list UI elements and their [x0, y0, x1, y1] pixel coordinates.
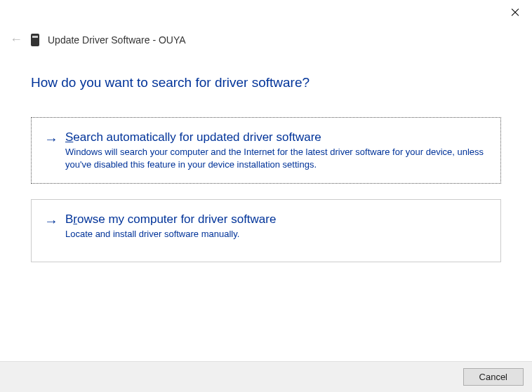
back-arrow-icon[interactable]: ←	[10, 32, 22, 47]
device-icon	[31, 34, 39, 46]
arrow-right-icon: →	[44, 214, 58, 228]
option-description: Locate and install driver software manua…	[65, 228, 488, 241]
footer-bar: Cancel	[0, 361, 532, 392]
option-search-automatically[interactable]: → Search automatically for updated drive…	[31, 117, 501, 184]
close-button[interactable]	[508, 6, 522, 20]
cancel-button[interactable]: Cancel	[463, 368, 524, 386]
page-heading: How do you want to search for driver sof…	[31, 75, 501, 90]
window-title: Update Driver Software - OUYA	[48, 34, 186, 46]
option-title: Browse my computer for driver software	[65, 212, 488, 227]
content-area: How do you want to search for driver sof…	[0, 47, 532, 262]
arrow-right-icon: →	[44, 132, 58, 146]
option-title: Search automatically for updated driver …	[65, 130, 488, 144]
wizard-header: ← Update Driver Software - OUYA	[0, 0, 532, 47]
option-description: Windows will search your computer and th…	[65, 146, 488, 170]
option-browse-computer[interactable]: → Browse my computer for driver software…	[31, 199, 501, 262]
